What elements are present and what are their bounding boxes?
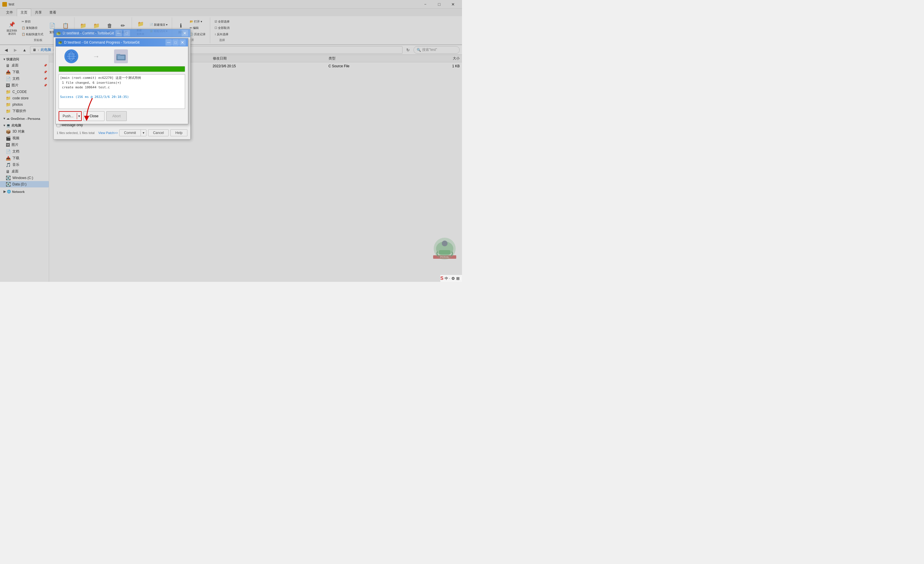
progress-maximize-button[interactable]: □ bbox=[172, 39, 179, 46]
tortoise-progress-icon: 🐢 bbox=[58, 40, 62, 45]
push-button-group: Push... ▾ bbox=[58, 111, 82, 121]
progress-output: [main (root-commit) ec62270] 这是一个测试用例 1 … bbox=[58, 74, 185, 109]
dot-indicator: · bbox=[449, 276, 450, 280]
grid-tray-icon[interactable]: ⊞ bbox=[456, 276, 460, 281]
output-line-3: create mode 100644 test.c bbox=[60, 85, 184, 90]
view-patch-link2[interactable]: View Patch>> bbox=[99, 131, 118, 135]
settings-tray-icon[interactable]: ⚙ bbox=[452, 276, 455, 281]
output-line-2: 1 file changed, 6 insertions(+) bbox=[60, 81, 184, 86]
progress-minimize-button[interactable]: — bbox=[165, 39, 172, 46]
cancel-button[interactable]: Cancel bbox=[148, 129, 169, 136]
progress-icons-row: → bbox=[58, 50, 185, 63]
output-line-blank bbox=[60, 90, 184, 95]
commit-dialog-title-bar: 🐢 D:\test\test - Commit - TortoiseGit — … bbox=[54, 29, 190, 37]
svg-rect-7 bbox=[117, 56, 124, 59]
commit-bottom-row: 1 files selected, 1 files total View Pat… bbox=[57, 129, 188, 136]
progress-dialog: 🐢 D:\test\test - Git Command Progress - … bbox=[56, 38, 188, 124]
progress-bar-fill bbox=[59, 66, 185, 72]
push-main-button[interactable]: Push... bbox=[59, 113, 77, 119]
commit-minimize-button[interactable]: — bbox=[116, 30, 122, 36]
arrow-annotation bbox=[81, 98, 98, 247]
progress-close-x-button[interactable]: ✕ bbox=[179, 39, 186, 46]
help-button[interactable]: Help bbox=[170, 129, 188, 136]
output-line-success: Success (156 ms @ 2022/3/6 20:18:35) bbox=[60, 95, 184, 100]
output-line-1: [main (root-commit) ec62270] 这是一个测试用例 bbox=[60, 76, 184, 81]
commit-maximize-button[interactable]: □ bbox=[124, 30, 130, 36]
globe-svg bbox=[66, 51, 76, 62]
s-tray-icon[interactable]: S bbox=[440, 276, 444, 281]
arrow-svg bbox=[81, 98, 98, 121]
svg-rect-6 bbox=[116, 54, 120, 56]
globe-icon bbox=[64, 50, 78, 63]
commit-dialog-title: D:\test\test - Commit - TortoiseGit bbox=[63, 31, 114, 35]
progress-dialog-title: D:\test\test - Git Command Progress - To… bbox=[64, 40, 140, 45]
folder-svg bbox=[116, 51, 126, 62]
folder-anim-icon bbox=[114, 50, 128, 63]
progress-buttons-row: Push... ▾ Close Abort bbox=[58, 111, 185, 121]
commit-actions: Commit ▾ Cancel Help bbox=[119, 129, 188, 136]
commit-button[interactable]: Commit bbox=[120, 130, 141, 136]
progress-bar-container bbox=[58, 66, 185, 72]
lang-indicator[interactable]: 中 bbox=[445, 276, 448, 281]
commit-dropdown-button[interactable]: ▾ bbox=[141, 130, 146, 136]
abort-button[interactable]: Abort bbox=[106, 111, 127, 121]
progress-body: → [main (root-commit) ec62270] 这是一个测试用例 … bbox=[56, 46, 188, 124]
arrow-right-icon: → bbox=[93, 50, 100, 63]
commit-close-button[interactable]: ✕ bbox=[182, 30, 188, 36]
tortoise-icon: 🐢 bbox=[56, 31, 61, 36]
progress-dialog-title-bar: 🐢 D:\test\test - Git Command Progress - … bbox=[56, 38, 188, 46]
system-tray: S 中 · ⚙ ⊞ bbox=[440, 275, 462, 282]
